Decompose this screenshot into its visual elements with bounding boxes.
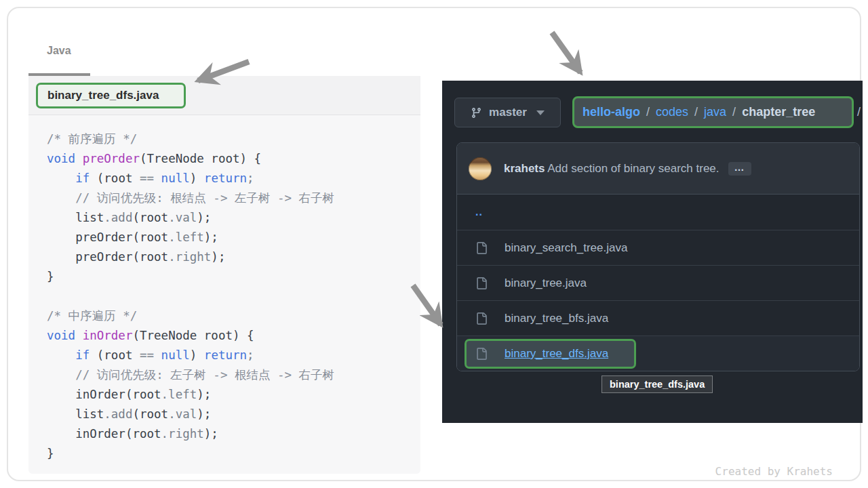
code-line: preOrder(root.right); — [47, 247, 420, 267]
code-line: inOrder(root.right); — [47, 424, 420, 444]
commit-summary: krahets Add section of binary search tre… — [504, 162, 719, 176]
file-row[interactable]: .. — [457, 195, 859, 230]
branch-name: master — [489, 106, 527, 119]
file-row-content: binary_tree.java — [475, 277, 587, 290]
commit-author[interactable]: krahets — [504, 162, 545, 175]
file-row[interactable]: binary_tree_dfs.java — [457, 336, 859, 371]
github-panel: master hello-algo/codes/java/chapter_tre… — [442, 81, 863, 423]
code-line: // 访问优先级: 根结点 -> 左子树 -> 右子树 — [47, 188, 420, 208]
breadcrumb: hello-algo/codes/java/chapter_tree — [583, 105, 815, 119]
code-block: /* 前序遍历 */void preOrder(TreeNode root) {… — [28, 115, 420, 464]
code-line: } — [47, 444, 420, 464]
code-line: list.add(root.val); — [47, 405, 420, 424]
code-filename: binary_tree_dfs.java — [47, 89, 159, 102]
code-line: if (root == null) return; — [47, 169, 420, 188]
commit-kebab-button[interactable]: … — [728, 162, 751, 176]
file-link[interactable]: binary_tree.java — [505, 277, 587, 290]
code-area: /* 前序遍历 */void preOrder(TreeNode root) {… — [28, 115, 420, 474]
parent-directory-link[interactable]: .. — [475, 206, 483, 218]
watermark-credit: Created by Krahets — [715, 465, 833, 478]
commit-message[interactable]: Add section of binary search tree. — [547, 162, 719, 175]
file-icon — [475, 242, 488, 254]
code-line: /* 前序遍历 */ — [47, 129, 420, 149]
branch-selector-button[interactable]: master — [454, 98, 561, 127]
chevron-down-icon — [536, 110, 545, 115]
code-line: if (root == null) return; — [47, 346, 420, 365]
file-row-content: binary_tree_bfs.java — [475, 312, 608, 325]
file-icon — [475, 348, 488, 360]
code-line: preOrder(root.left); — [47, 228, 420, 247]
file-row-content: binary_search_tree.java — [475, 241, 627, 255]
git-branch-icon — [471, 107, 482, 119]
code-line: // 访问优先级: 左子树 -> 根结点 -> 右子树 — [47, 365, 420, 385]
code-line: } — [47, 267, 420, 287]
avatar[interactable] — [469, 157, 492, 180]
tab-java[interactable]: Java — [47, 45, 71, 57]
breadcrumb-item-chapter_tree[interactable]: chapter_tree — [742, 105, 815, 119]
file-link[interactable]: binary_tree_bfs.java — [505, 312, 608, 325]
file-link[interactable]: binary_tree_dfs.java — [505, 347, 608, 361]
breadcrumb-separator: / — [694, 105, 698, 119]
code-header-bar: binary_tree_dfs.java — [28, 76, 420, 115]
code-line: inOrder(root.left); — [47, 385, 420, 405]
code-line: /* 中序遍历 */ — [47, 306, 420, 326]
code-line: void preOrder(TreeNode root) { — [47, 149, 420, 169]
code-line — [47, 287, 420, 306]
breadcrumb-separator: / — [732, 105, 736, 119]
filename-tooltip: binary_tree_dfs.java — [601, 375, 713, 393]
file-link[interactable]: binary_search_tree.java — [505, 241, 627, 255]
page-card: Java binary_tree_dfs.java /* 前序遍历 */void… — [7, 7, 861, 481]
file-row[interactable]: binary_tree.java — [457, 265, 859, 300]
file-icon — [475, 312, 488, 325]
code-line: list.add(root.val); — [47, 208, 420, 228]
breadcrumb-item-hello-algo[interactable]: hello-algo — [583, 105, 640, 119]
file-icon — [475, 277, 488, 289]
breadcrumb-trailing-separator: / — [857, 105, 861, 119]
file-row[interactable]: binary_search_tree.java — [457, 230, 859, 265]
file-row[interactable]: binary_tree_bfs.java — [457, 300, 859, 336]
code-line: void inOrder(TreeNode root) { — [47, 326, 420, 346]
filename-highlight-box: binary_tree_dfs.java — [36, 83, 186, 108]
breadcrumb-highlight-box: hello-algo/codes/java/chapter_tree — [572, 96, 854, 128]
breadcrumb-item-java[interactable]: java — [704, 105, 726, 119]
latest-commit-bar: krahets Add section of binary search tre… — [457, 143, 859, 195]
file-list: ..binary_search_tree.javabinary_tree.jav… — [457, 195, 859, 371]
breadcrumb-item-codes[interactable]: codes — [656, 105, 688, 119]
breadcrumb-separator: / — [646, 105, 650, 119]
file-row-highlight-box: binary_tree_dfs.java — [465, 339, 636, 369]
file-browser-box: krahets Add section of binary search tre… — [456, 142, 860, 371]
